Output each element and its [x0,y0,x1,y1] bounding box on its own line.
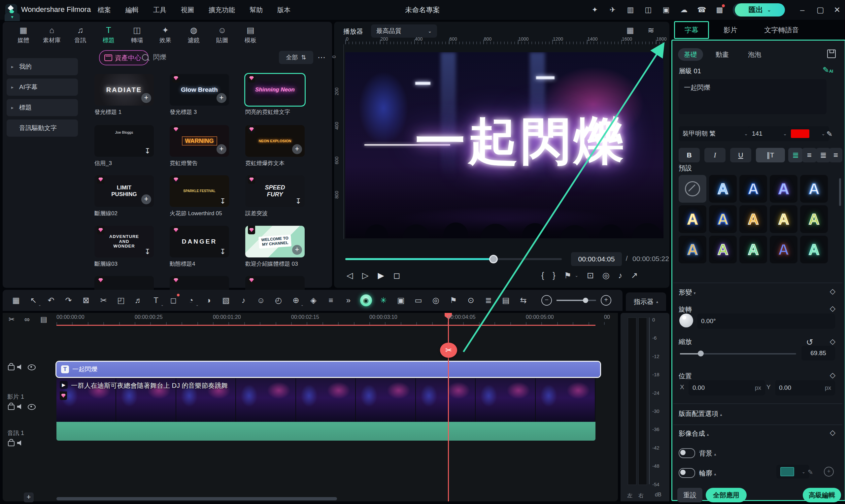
add-track-button[interactable]: + [24,492,34,502]
align-right-button[interactable]: ≣ [816,148,830,162]
menu-item-4[interactable]: 擴充功能 [209,6,235,15]
filter-all-button[interactable]: 全部⇅ [279,51,313,64]
sidebar-item-1[interactable]: ▸AI字幕 [6,78,78,96]
text-clip[interactable]: T 一起閃爍 [56,362,600,377]
align-center-button[interactable]: ≡ [802,148,816,162]
advanced-edit-button[interactable]: 高級編輯 [803,488,841,502]
avatar-sticker-icon[interactable]: ☺ [252,296,270,305]
menu-item-6[interactable]: 版本 [277,6,290,15]
zoom-in-icon[interactable]: + [601,295,611,306]
add-to-timeline-button[interactable]: + [217,144,227,154]
search-field[interactable]: 閃爍 [142,53,166,62]
menu-item-2[interactable]: 工具 [153,6,166,15]
template-card-0[interactable]: RADIATE+發光標題 1 [94,74,154,116]
mirror-display-icon[interactable]: ⊡ [587,271,594,280]
media-browser-icon[interactable]: ▦ [7,296,25,305]
bold-button[interactable]: B [679,148,700,162]
adjust-icon[interactable]: ≡ [322,296,340,305]
justify-button[interactable]: ≡ [829,148,842,162]
download-icon[interactable]: ↧ [220,197,226,205]
crop-icon[interactable]: ◰ [112,296,130,305]
template-card-7[interactable]: SPARKLE FESTIVAL↧火花節 Lowerthird 05 [170,175,229,217]
sidebar-item-0[interactable]: ▸我的 [6,58,78,75]
stop-icon[interactable]: ◻ [393,271,400,280]
timeline-scrollbar[interactable] [56,497,337,500]
preset-9[interactable]: A [800,205,828,233]
preset-4[interactable]: A [800,175,828,203]
quality-select[interactable]: 最高品質⌄ [371,24,437,38]
download-icon[interactable]: ↧ [145,147,150,156]
transform-keyframe-icon[interactable]: ◇ [830,287,835,296]
screen-play-icon[interactable]: ▭ [410,296,427,305]
eyedropper-icon[interactable]: ✐ [825,131,833,137]
render-queue-icon[interactable]: ▥ [626,6,635,14]
previous-frame-icon[interactable]: ◁ [346,271,353,280]
tab-subtitle[interactable]: 字幕 [674,21,709,39]
rotate-keyframe-icon[interactable]: ◇ [830,304,835,313]
record-icon[interactable]: ◎ [427,296,445,305]
screen-record-icon[interactable]: ▤ [497,296,515,305]
scale-keyframe-icon[interactable]: ◇ [830,337,835,346]
more-options-button[interactable]: ⋯ [318,53,325,62]
playhead[interactable] [448,313,449,501]
maximize-button[interactable]: ▢ [816,5,824,15]
play-icon[interactable]: ▶ [378,271,384,280]
download-icon[interactable]: ↧ [220,248,226,256]
marker-icon[interactable]: ⚑ [564,271,571,280]
ai-edit-icon[interactable]: ✎AI [823,65,833,75]
audio-track-lock-icon[interactable] [8,441,15,446]
ai-audio-icon[interactable]: ♪ [235,296,252,305]
delete-icon[interactable]: ⊠ [77,296,95,305]
preset-3[interactable]: A [770,175,797,203]
tab-text-to-speech[interactable]: 文字轉語音 [752,25,811,35]
subtab-bubble[interactable]: 泡泡 [748,50,761,59]
background-toggle[interactable] [679,448,695,458]
save-icon[interactable]: ▣ [662,6,671,14]
sidebar-item-2[interactable]: ▸標題 [6,99,78,116]
add-to-timeline-button[interactable]: + [141,93,151,103]
template-card-10[interactable]: DANGER↧動態標題4 [170,226,229,268]
template-card-2[interactable]: Shinning Neon閃亮的霓虹燈文字 [245,74,305,116]
select-tool-icon[interactable]: ↖⌄ [25,296,42,305]
add-to-timeline-button[interactable]: + [292,144,302,154]
auto-ripple-icon[interactable]: ⇆ [515,296,532,305]
mute-icon[interactable]: ♪ [618,271,623,280]
template-card-3[interactable]: Joe Bloggs↧信用_3 [94,125,154,167]
italic-button[interactable]: I [704,148,725,162]
rotate-input[interactable]: 0.00° [697,313,835,329]
ai-copilot-icon[interactable]: ◉ [357,294,375,306]
font-size-select[interactable]: 141⌄ [748,126,791,141]
video-clip-audio[interactable] [56,422,595,440]
menu-item-0[interactable]: 檔案 [98,6,111,15]
scene-detect-icon[interactable]: ✳ [375,296,392,305]
preset-12[interactable]: A [739,236,767,264]
rotate-knob[interactable] [679,313,693,327]
preview-layout-icon[interactable]: ▦ [627,26,634,35]
media-tab-4[interactable]: ◫轉場 [123,26,151,44]
workspace-layout-icon[interactable]: ◫ [644,6,653,14]
preset-5[interactable]: A [679,205,706,233]
outline-color-select[interactable]: ⌄ [776,465,809,479]
text-track-lock-icon[interactable] [8,365,15,370]
beat-detect-icon[interactable]: ♬ [130,296,147,305]
preset-8[interactable]: A [770,205,797,233]
next-frame-icon[interactable]: ▷ [362,271,368,280]
mark-in-icon[interactable]: { [541,271,544,280]
position-keyframe-icon[interactable]: ◇ [830,371,835,380]
zoom-slider[interactable] [557,300,596,301]
subtitle-text-input[interactable]: 一起閃爍 [679,79,827,114]
link-clips-icon[interactable]: ∞ [24,315,30,324]
download-icon[interactable]: ↧ [145,248,150,256]
preset-0[interactable] [679,175,706,203]
snapshot-icon[interactable]: ◎ [603,271,610,280]
video-track-lock-icon[interactable] [8,404,15,410]
panel-collapse-chip[interactable]: ▾ [5,13,20,21]
subtab-animation[interactable]: 動畫 [716,50,729,59]
smart-cutout-icon[interactable]: ▧ [217,296,235,305]
split-playhead-button[interactable]: ✂ [440,343,457,358]
mask-icon[interactable]: ◻ [165,296,182,305]
menu-item-3[interactable]: 視圖 [181,6,194,15]
quick-split-icon[interactable]: ✂ [8,315,15,324]
outline-toggle[interactable] [679,468,695,478]
underline-button[interactable]: U [730,148,751,162]
